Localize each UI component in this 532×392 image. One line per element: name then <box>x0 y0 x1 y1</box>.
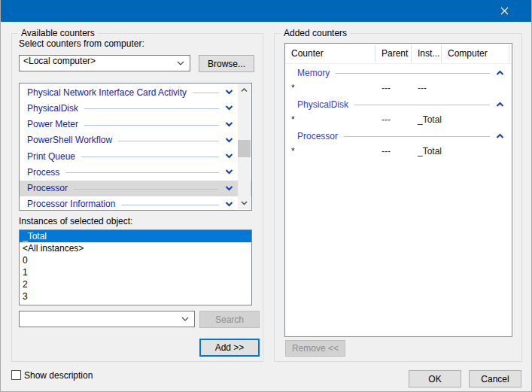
add-button[interactable]: Add >> <box>199 339 260 357</box>
counter-name: Power Meter <box>27 119 78 129</box>
chevron-up-icon[interactable] <box>496 133 504 138</box>
cell-instance: _Total <box>412 146 442 156</box>
counter-name: Processor <box>27 183 68 193</box>
counter-row[interactable]: Physical Network Interface Card Activity <box>20 84 251 100</box>
chevron-down-icon[interactable] <box>172 61 190 65</box>
row-line <box>84 125 219 126</box>
chevron-down-icon[interactable] <box>176 317 194 321</box>
header-parent[interactable]: Parent <box>375 45 412 62</box>
scroll-down-icon[interactable] <box>238 197 251 209</box>
cell-instance: --- <box>412 83 442 93</box>
add-counters-dialog: Available counters Select counters from … <box>0 0 532 392</box>
search-button[interactable]: Search <box>199 311 260 328</box>
instance-row[interactable]: <All instances> <box>20 242 251 254</box>
chevron-down-icon[interactable] <box>225 105 233 111</box>
instance-row[interactable]: 2 <box>20 278 251 290</box>
chevron-down-icon[interactable] <box>225 122 233 127</box>
row-line <box>354 105 490 105</box>
search-combobox[interactable] <box>19 311 195 327</box>
chevron-down-icon[interactable] <box>225 202 233 207</box>
scroll-up-icon[interactable] <box>238 84 251 96</box>
show-description-label: Show description <box>24 370 93 381</box>
counter-name: Physical Network Interface Card Activity <box>27 87 187 98</box>
group-name: Memory <box>297 68 330 78</box>
added-counters-table: Counter Parent Inst... Computer Memory *… <box>284 43 512 337</box>
cell-parent: --- <box>375 114 412 125</box>
chevron-down-icon[interactable] <box>225 138 233 143</box>
group-name: PhysicalDisk <box>297 99 348 110</box>
cell-parent: --- <box>375 146 412 156</box>
table-header: Counter Parent Inst... Computer <box>285 44 512 64</box>
header-counter[interactable]: Counter <box>285 45 375 62</box>
counter-row[interactable]: Print Queue <box>20 148 251 164</box>
scrollbar-thumb[interactable] <box>238 140 251 157</box>
row-line <box>193 93 219 93</box>
title-bar <box>0 0 532 22</box>
instance-row[interactable]: 1 <box>20 266 251 278</box>
counter-group-row[interactable]: Memory <box>285 65 512 81</box>
row-line <box>336 73 490 74</box>
counter-name: Print Queue <box>27 151 75 162</box>
row-line <box>84 108 219 109</box>
table-row[interactable]: * --- _Total <box>285 144 512 159</box>
computer-combobox[interactable]: <Local computer> <box>19 55 190 71</box>
cell-parent: --- <box>375 83 412 93</box>
counter-name: PowerShell Workflow <box>27 135 112 145</box>
scrollbar[interactable] <box>238 84 251 209</box>
instance-row-selected[interactable]: _Total <box>20 230 251 242</box>
close-button[interactable] <box>487 0 521 22</box>
header-filler <box>509 45 512 62</box>
counter-row[interactable]: PhysicalDisk <box>20 100 251 116</box>
row-line <box>81 156 219 157</box>
header-instance[interactable]: Inst... <box>412 45 442 62</box>
counter-name: PhysicalDisk <box>27 103 78 114</box>
instance-row[interactable]: 0 <box>20 254 251 266</box>
chevron-up-icon[interactable] <box>496 102 504 107</box>
chevron-down-icon[interactable] <box>225 90 233 95</box>
remove-button[interactable]: Remove << <box>285 340 345 357</box>
browse-button[interactable]: Browse... <box>199 55 254 72</box>
table-row[interactable]: * --- _Total <box>285 112 512 127</box>
instances-label: Instances of selected object: <box>19 216 132 226</box>
available-counters-label: Available counters <box>18 28 98 38</box>
cell-counter: * <box>285 83 375 93</box>
chevron-up-icon[interactable] <box>496 70 504 75</box>
row-line <box>344 136 490 137</box>
row-line <box>74 189 219 190</box>
cell-counter: * <box>285 146 375 156</box>
instance-row[interactable]: 3 <box>20 290 251 302</box>
select-computer-label: Select counters from computer: <box>19 38 144 49</box>
search-input[interactable] <box>20 311 176 327</box>
show-description-checkbox[interactable] <box>11 370 21 380</box>
counter-row[interactable]: Process <box>20 164 251 180</box>
counter-name: Processor Information <box>27 199 115 209</box>
cell-counter: * <box>285 114 375 125</box>
counter-group-row[interactable]: PhysicalDisk <box>285 96 512 112</box>
computer-combobox-value: <Local computer> <box>20 56 172 71</box>
counter-row[interactable]: Power Meter <box>20 117 251 132</box>
chevron-down-icon[interactable] <box>225 169 233 175</box>
header-computer[interactable]: Computer <box>442 45 509 62</box>
counter-row[interactable]: PowerShell Workflow <box>20 132 251 148</box>
chevron-down-icon[interactable] <box>225 186 233 191</box>
counter-row-selected[interactable]: Processor <box>20 181 251 196</box>
cancel-button[interactable]: Cancel <box>469 370 521 387</box>
added-counters-label: Added counters <box>281 28 350 38</box>
counter-group-row[interactable]: Processor <box>285 128 512 144</box>
ok-button[interactable]: OK <box>409 370 461 387</box>
group-name: Processor <box>297 131 338 141</box>
counter-name: Process <box>27 167 59 178</box>
row-line <box>65 172 219 173</box>
cell-instance: _Total <box>412 114 442 125</box>
counters-list: Physical Network Interface Card Activity… <box>19 83 252 211</box>
row-line <box>118 141 219 141</box>
instances-list: _Total <All instances> 0 1 2 3 <box>19 229 252 305</box>
close-icon <box>500 7 509 15</box>
counter-row[interactable]: Processor Information <box>20 196 251 211</box>
table-row[interactable]: * --- --- <box>285 81 512 96</box>
row-line <box>121 205 219 205</box>
chevron-down-icon[interactable] <box>225 153 233 159</box>
